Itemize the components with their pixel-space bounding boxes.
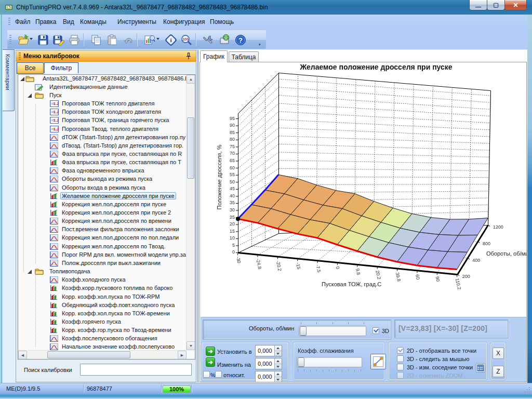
checkbox-2d-cancel-zoom[interactable] xyxy=(397,372,404,379)
tree-item[interactable]: dТОЖ (Tstart-Tstop) для детектирования г… xyxy=(18,134,187,142)
menu-3[interactable]: Вид xyxy=(62,15,75,29)
menu-5[interactable]: Инструменты xyxy=(117,15,157,29)
tree-horizontal-scrollbar[interactable]: ◀ ▶ xyxy=(18,350,187,359)
relative-value-spinner[interactable]: 0,000 xyxy=(255,371,282,382)
tree-item[interactable]: =1.2Пороговая ТОЖ теплого двигателя xyxy=(18,100,187,108)
tab-table[interactable]: Таблица xyxy=(229,51,259,62)
menu-2[interactable]: Правка xyxy=(35,15,57,29)
minimize-button[interactable]: — xyxy=(469,0,487,10)
tree-item[interactable]: Обедняющий коэфф.повт.холодного пуска xyxy=(18,301,187,310)
tab-graph[interactable]: График xyxy=(200,50,228,62)
info-button[interactable]: i xyxy=(163,32,178,47)
tree-item[interactable]: =1.2Пороговая ТОЖ холодного двигателя xyxy=(18,108,187,116)
checkbox-relative[interactable] xyxy=(215,371,222,378)
tree-item[interactable]: Пост.времени фильтра положения заслонки xyxy=(18,225,187,234)
tree-vertical-scrollbar[interactable]: ▲ ▼ xyxy=(186,75,195,350)
save-as-button[interactable] xyxy=(51,32,66,47)
scrollbar-thumb-h[interactable] xyxy=(47,351,130,358)
tree-item[interactable]: dТвозд. (Tstart-Tstop) для детектировани… xyxy=(18,142,187,150)
scrollbar-thumb[interactable] xyxy=(187,117,194,179)
comments-side-tab[interactable]: Комментарии xyxy=(3,49,15,111)
tree-item[interactable]: Топливоподача xyxy=(18,268,187,276)
menu-6[interactable]: Конфигурация xyxy=(163,15,206,29)
menu-4[interactable]: Команды xyxy=(79,15,107,29)
toolbar-overflow-icon[interactable]: ▾ xyxy=(259,43,264,48)
copy-button[interactable] xyxy=(88,32,103,47)
tree-item[interactable]: Antara32L_96878477_96878482_96878483_968… xyxy=(18,75,187,83)
set-value-spinner[interactable]: 0,000 xyxy=(255,345,282,356)
open-button[interactable] xyxy=(16,32,31,47)
tree-item[interactable]: Корр. коэфф.гор.пуска по Твозд-времени xyxy=(18,326,187,335)
search-input[interactable] xyxy=(80,364,192,376)
menu-1[interactable]: Файл xyxy=(15,15,31,29)
expand-arrow-icon[interactable] xyxy=(20,77,24,81)
tree-item[interactable]: =1.2Пороговая ТОЖ, граница горячего пуск… xyxy=(18,116,187,125)
tree-item-selected[interactable]: Желаемое положение дросселя при пуске xyxy=(18,192,187,201)
change-value-spinner[interactable]: 0,000 xyxy=(255,358,282,369)
tree-item[interactable]: Идентификационные данные xyxy=(18,83,187,91)
print-button[interactable] xyxy=(66,32,82,47)
menubar-grip[interactable] xyxy=(8,18,10,26)
tree-item[interactable]: Коррекция жел.пол.дросселя по времени xyxy=(18,217,187,225)
tree-item[interactable]: Коэфф.послепускового обогащения xyxy=(18,335,187,343)
resize-grip[interactable] xyxy=(524,387,530,393)
maximize-button[interactable]: ▢ xyxy=(487,0,505,10)
scroll-up-button[interactable]: ▲ xyxy=(187,75,195,84)
checkbox-2d-all-points[interactable] xyxy=(397,347,404,354)
undo-button[interactable] xyxy=(121,32,136,47)
z-axis-button[interactable]: Z xyxy=(493,366,504,377)
save-button[interactable] xyxy=(35,32,50,47)
tab-all[interactable]: Все xyxy=(17,62,44,74)
grid-button[interactable] xyxy=(476,363,485,373)
expand-arrow-icon[interactable] xyxy=(28,94,32,98)
tree-item[interactable]: Коррекция жел.пол.дросселя при пуске 2 xyxy=(18,209,187,217)
scroll-right-button[interactable]: ▶ xyxy=(178,351,187,360)
dropdown-arrow-icon[interactable] xyxy=(156,38,159,40)
tree-item[interactable]: Обороты входа в режима пуска xyxy=(18,184,187,192)
tree-item[interactable]: Фаза впрыска при пуске, составляющая по … xyxy=(18,158,187,167)
tree-item[interactable]: Коэфф.холодного пуска xyxy=(18,276,187,284)
web-button[interactable] xyxy=(217,32,232,47)
checkbox-3d-adjacent-points[interactable] xyxy=(397,364,404,370)
checkbox-3d[interactable] xyxy=(373,327,379,334)
chart-view-button[interactable] xyxy=(142,32,157,47)
panel-splitter[interactable] xyxy=(196,50,199,382)
help-button[interactable]: ? xyxy=(233,32,248,47)
tree-item[interactable]: Полож.дросселя при выкл.зажигании xyxy=(18,259,187,268)
x-axis-button[interactable]: X xyxy=(493,348,504,359)
rpm-slider-thumb[interactable] xyxy=(300,326,307,336)
tree-item[interactable]: Коэфф.корр.пускового топлива по бароко xyxy=(18,284,187,292)
tree-item[interactable]: Коррекция жел.пол.дросселя при пуске xyxy=(18,201,187,209)
smooth-slider-thumb[interactable] xyxy=(298,357,304,367)
tree-item[interactable]: Пуск xyxy=(18,91,187,100)
tree-item[interactable]: Корр. коэфф.хол.пуска по ТОЖ-времени xyxy=(18,310,187,318)
tools-button[interactable] xyxy=(201,32,216,47)
tree-item[interactable]: Коррекция жел.пол.дросселя по Твозд. xyxy=(18,243,187,251)
close-button[interactable]: ✕ xyxy=(504,0,527,10)
scroll-down-button[interactable]: ▼ xyxy=(187,341,195,350)
tree-item[interactable]: Порог RPM для вкл. моментной модели упр.… xyxy=(18,251,187,259)
tree-item[interactable]: Обороты выхода из режима пуска xyxy=(18,175,187,183)
tree-item[interactable]: Фаза впрыска при пуске, составляющая по … xyxy=(18,150,187,158)
rpm-slider-track[interactable] xyxy=(299,326,366,336)
menu-7[interactable]: Помощь xyxy=(209,15,234,29)
zoom-100-button[interactable]: 100 xyxy=(179,32,194,47)
apply-change-button[interactable]: ➔ xyxy=(206,357,215,367)
surface-chart[interactable] xyxy=(200,62,527,317)
tab-filter[interactable]: Фильтр xyxy=(44,62,78,73)
tree-item[interactable]: Фаза одновременного впрыска xyxy=(18,167,187,175)
dropdown-arrow-icon[interactable] xyxy=(30,38,33,40)
scroll-left-button[interactable]: ◀ xyxy=(18,351,27,360)
checkbox-3d-follow-mouse[interactable] xyxy=(397,355,404,362)
paste-button[interactable] xyxy=(104,32,119,47)
tree-item[interactable]: =1.2Пороговая Твозд. теплого двигателя xyxy=(18,125,187,134)
pin-icon[interactable] xyxy=(185,52,192,60)
smooth-slider-track[interactable] xyxy=(297,357,362,367)
expand-arrow-icon[interactable] xyxy=(28,270,32,274)
checkbox-percent[interactable] xyxy=(203,371,210,378)
tree-item[interactable]: Коррекция жел.пол.дросселя по пол.педали xyxy=(18,234,187,242)
tree-item[interactable]: Коэфф.горячего пуска xyxy=(18,318,187,326)
smooth-apply-button[interactable] xyxy=(370,354,386,369)
toolbar-grip[interactable] xyxy=(9,35,11,45)
apply-set-button[interactable]: ➔ xyxy=(206,347,215,356)
